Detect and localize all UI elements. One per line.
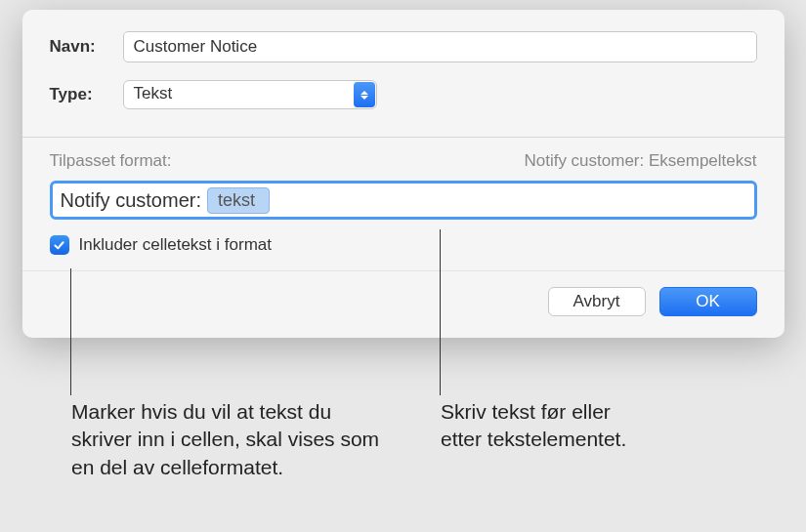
format-prefix-text: Notify customer:: [61, 189, 201, 212]
format-input[interactable]: Notify customer: tekst: [50, 181, 757, 220]
include-celltext-row: Inkluder celletekst i format: [50, 235, 757, 255]
name-label: Navn:: [50, 37, 123, 57]
name-input[interactable]: [123, 31, 757, 62]
type-label: Type:: [50, 85, 123, 104]
form-section: Navn: Type: Tekst: [22, 10, 785, 137]
type-row: Type: Tekst: [50, 80, 757, 109]
callout-text-right: Skriv tekst før eller etter tekstelement…: [441, 398, 636, 454]
callout-text-left: Marker hvis du vil at tekst du skriver i…: [71, 398, 394, 481]
cancel-button[interactable]: Avbryt: [548, 287, 646, 316]
format-section: Tilpasset format: Notify customer: Eksem…: [22, 138, 785, 270]
type-select-wrapper: Tekst: [123, 80, 377, 109]
type-select[interactable]: Tekst: [123, 80, 377, 109]
include-celltext-label: Inkluder celletekst i format: [79, 235, 272, 255]
include-celltext-checkbox[interactable]: [50, 235, 69, 255]
button-row: Avbryt OK: [22, 270, 785, 338]
name-row: Navn:: [50, 31, 757, 62]
ok-button[interactable]: OK: [659, 287, 757, 316]
format-token[interactable]: tekst: [207, 187, 270, 214]
check-icon: [53, 239, 65, 252]
format-header-left: Tilpasset format:: [50, 151, 172, 171]
format-header-right: Notify customer: Eksempeltekst: [524, 151, 756, 171]
format-dialog: Navn: Type: Tekst Tilpasset format: Noti…: [22, 10, 785, 338]
format-header: Tilpasset format: Notify customer: Eksem…: [50, 151, 757, 171]
